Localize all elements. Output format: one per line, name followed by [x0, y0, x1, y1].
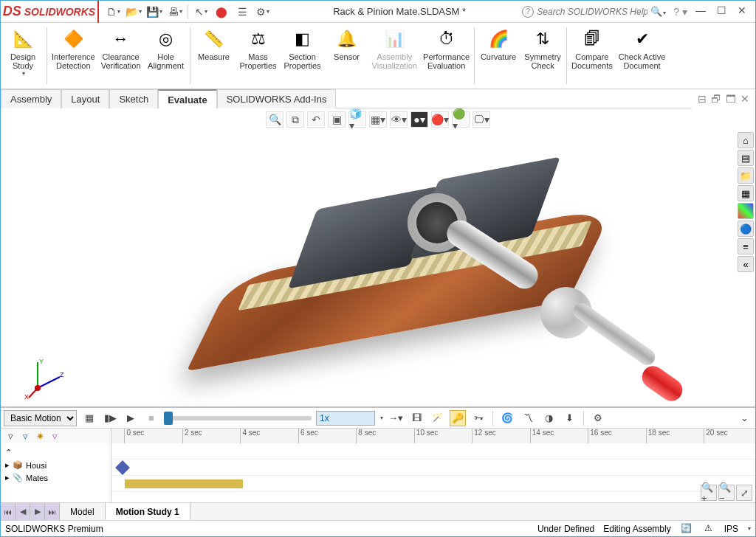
- calc-icon[interactable]: ▦: [81, 410, 97, 426]
- collapse-pane-icon[interactable]: «: [738, 256, 754, 272]
- select-icon[interactable]: ↖▾: [191, 3, 210, 21]
- custom-props-icon[interactable]: 🔵: [738, 221, 754, 237]
- bottom-tab-motion-study[interactable]: Motion Study 1: [106, 503, 190, 520]
- prev-view-icon[interactable]: ↶: [307, 111, 325, 128]
- stop-icon[interactable]: ■: [143, 410, 159, 426]
- graphics-area[interactable]: Y Z X ⌂ ▤ 📁 ▦ 🔵 ≡ «: [1, 131, 755, 406]
- tab-addins[interactable]: SOLIDWORKS Add-Ins: [217, 89, 337, 108]
- tree-item-housing[interactable]: ▸📦Housi: [1, 459, 111, 471]
- contact-icon[interactable]: ◑: [540, 410, 557, 426]
- help-icon[interactable]: ?: [522, 6, 534, 18]
- timeline-ruler[interactable]: 0 sec 2 sec 4 sec 6 sec 8 sec 10 sec 12 …: [111, 429, 755, 443]
- tree-item-mates[interactable]: ▸📎Mates: [1, 471, 111, 484]
- track-row[interactable]: [111, 460, 755, 476]
- display-style-icon[interactable]: ▦▾: [369, 111, 387, 128]
- section-properties-button[interactable]: ◧Section Properties: [281, 23, 325, 89]
- tab-sketch[interactable]: Sketch: [109, 89, 158, 108]
- motion-mode-select[interactable]: Basic Motion: [4, 410, 77, 426]
- play-start-icon[interactable]: ▮▶: [102, 410, 118, 426]
- save-anim-icon[interactable]: 🎞: [408, 410, 425, 426]
- scene-icon[interactable]: 🔴▾: [431, 111, 449, 128]
- help-search[interactable]: ? 🔍▾ ? ▾: [522, 6, 687, 18]
- section-view-icon[interactable]: ▣: [328, 111, 346, 128]
- motor-icon[interactable]: 🌀: [499, 410, 515, 426]
- filter3-icon[interactable]: ✷: [33, 429, 47, 443]
- tab-next-icon[interactable]: ▶: [30, 503, 45, 520]
- status-units[interactable]: IPS: [724, 524, 738, 534]
- design-study-button[interactable]: 📐Design Study▾: [1, 23, 45, 89]
- play-icon[interactable]: ▶: [123, 410, 139, 426]
- zoom-in-icon[interactable]: 🔍+: [701, 485, 717, 501]
- tab-layout[interactable]: Layout: [61, 89, 109, 108]
- settings-icon[interactable]: ⚙▾: [253, 3, 272, 21]
- motion-settings-icon[interactable]: ⚙: [590, 410, 606, 426]
- resources-icon[interactable]: ▤: [738, 150, 754, 166]
- appearance-icon[interactable]: ●▾: [410, 111, 428, 128]
- view-orient-icon[interactable]: 🧊▾: [348, 111, 366, 128]
- sensor-button[interactable]: 🔔Sensor: [325, 23, 369, 89]
- hole-alignment-button[interactable]: ◎Hole Alignment: [144, 23, 188, 89]
- zoom-area-icon[interactable]: ⧉: [286, 111, 304, 128]
- new-icon[interactable]: 🗋▾: [103, 3, 123, 21]
- appearances-icon[interactable]: [738, 203, 754, 219]
- filter-icon[interactable]: ▿: [4, 429, 17, 443]
- measure-button[interactable]: 📏Measure: [192, 23, 236, 89]
- timeline-tracks[interactable]: 🔍+ 🔍− ⤢: [111, 443, 755, 502]
- help-dropdown-icon[interactable]: ? ▾: [673, 6, 687, 18]
- library-icon[interactable]: 📁: [738, 167, 754, 184]
- slider-thumb[interactable]: [164, 412, 173, 425]
- search-input[interactable]: [537, 7, 647, 17]
- curvature-button[interactable]: 🌈Curvature: [476, 23, 520, 89]
- filter4-icon[interactable]: ▿: [48, 429, 61, 443]
- symmetry-check-button[interactable]: ⇅Symmetry Check: [520, 23, 565, 89]
- tree-collapse-icon[interactable]: ⌃: [1, 446, 111, 459]
- keyframe-icon[interactable]: [115, 460, 130, 475]
- search-icon[interactable]: 🔍▾: [650, 6, 666, 17]
- bottom-tab-model[interactable]: Model: [60, 503, 106, 520]
- close-button[interactable]: ✕: [733, 4, 751, 19]
- status-rebuild-icon[interactable]: 🔄: [680, 523, 693, 535]
- time-slider[interactable]: [164, 416, 312, 420]
- check-active-document-button[interactable]: ✔Check Active Document: [616, 23, 669, 89]
- doc-restore-icon[interactable]: 🗗: [711, 93, 721, 105]
- motion-bar[interactable]: [125, 479, 243, 488]
- open-icon[interactable]: 📂▾: [124, 3, 143, 21]
- view-settings-icon[interactable]: 🖵▾: [472, 111, 490, 128]
- save-icon[interactable]: 💾▾: [145, 3, 164, 21]
- collapse-motion-icon[interactable]: ⌄: [736, 410, 752, 426]
- addkey-icon[interactable]: 🗝: [470, 410, 487, 426]
- compare-documents-button[interactable]: 🗐Compare Documents: [568, 23, 616, 89]
- zoom-out-icon[interactable]: 🔍−: [718, 485, 735, 501]
- tab-prev-icon[interactable]: ◀: [16, 503, 30, 520]
- gravity-icon[interactable]: ⬇: [561, 410, 577, 426]
- mass-properties-button[interactable]: ⚖Mass Properties: [236, 23, 281, 89]
- loop-icon[interactable]: →▾: [388, 410, 404, 426]
- doc-close-icon[interactable]: ✕: [740, 93, 749, 105]
- tab-assembly[interactable]: Assembly: [1, 89, 61, 108]
- autokey-icon[interactable]: 🔑: [450, 410, 466, 426]
- interference-detection-button[interactable]: 🔶Interference Detection: [49, 23, 98, 89]
- filter2-icon[interactable]: ▿: [18, 429, 32, 443]
- maximize-button[interactable]: ☐: [712, 4, 730, 19]
- doc-max-icon[interactable]: 🗖: [726, 93, 736, 105]
- view-palette-icon[interactable]: ▦: [738, 185, 754, 201]
- performance-evaluation-button[interactable]: ⏱Performance Evaluation: [420, 23, 472, 89]
- tab-last-icon[interactable]: ⏭: [45, 503, 60, 520]
- forum-icon[interactable]: ≡: [738, 238, 754, 254]
- minimize-button[interactable]: —: [692, 4, 709, 19]
- zoom-fit-icon[interactable]: 🔍: [266, 111, 284, 128]
- view-triad[interactable]: Y Z X: [23, 355, 67, 399]
- tab-first-icon[interactable]: ⏮: [1, 503, 16, 520]
- render-icon[interactable]: 🟢▾: [452, 111, 470, 128]
- spring-icon[interactable]: 〽: [520, 410, 536, 426]
- zoom-fit-tl-icon[interactable]: ⤢: [736, 485, 752, 501]
- track-row[interactable]: [111, 476, 755, 492]
- doc-min-icon[interactable]: ⊟: [698, 93, 707, 105]
- rebuild-icon[interactable]: ⬤: [212, 3, 231, 21]
- anim-wizard-icon[interactable]: 🪄: [429, 410, 445, 426]
- status-warn-icon[interactable]: ⚠: [702, 523, 715, 535]
- assembly-visualization-button[interactable]: 📊Assembly Visualization: [369, 23, 421, 89]
- clearance-verification-button[interactable]: ↔Clearance Verification: [98, 23, 144, 89]
- print-icon[interactable]: 🖶▾: [165, 3, 185, 21]
- home-icon[interactable]: ⌂: [738, 132, 754, 148]
